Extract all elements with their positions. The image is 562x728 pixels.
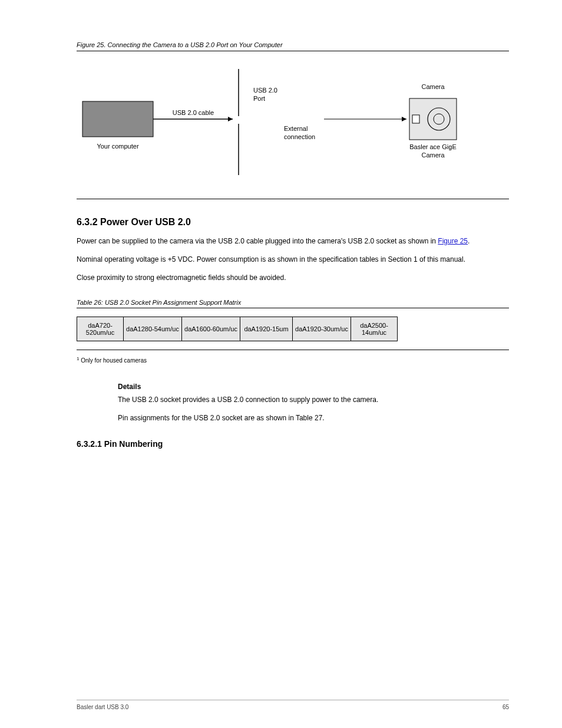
hdr-0: daA720-520um/uc <box>77 317 124 341</box>
hdr-5: daA2500-14um/uc <box>351 317 398 341</box>
computer-label: Your computer <box>97 143 138 150</box>
usb-cable-label: USB 2.0 cable <box>173 109 214 116</box>
table-footnote: 1 Only for housed cameras <box>77 355 509 365</box>
external-conn-caption-1: External <box>284 125 308 132</box>
support-matrix-table: daA720-520um/uc daA1280-54um/uc daA1600-… <box>77 317 398 341</box>
figure-25: Your computer USB 2.0 cable USB 2.0 Port… <box>77 51 509 199</box>
svg-marker-6 <box>402 117 406 121</box>
camera-caption-2: Camera <box>421 151 445 159</box>
usb-port-caption-2: Port <box>253 95 265 102</box>
section-6-3-2-1-title: 6.3.2.1 Pin Numbering <box>77 439 509 449</box>
figure-rule-bottom <box>77 199 509 199</box>
footer-page-number: 65 <box>503 704 509 710</box>
table-row: daA720-520um/uc daA1280-54um/uc daA1600-… <box>77 317 398 341</box>
footer-doc-id: Basler dart USB 3.0 <box>77 704 128 710</box>
hdr-3: daA1920-15um <box>240 317 293 341</box>
hdr-1: daA1280-54um/uc <box>124 317 182 341</box>
camera-caption-1: Basler ace GigE <box>409 143 456 150</box>
link-figure-25[interactable]: Figure 25 <box>438 237 468 245</box>
section-6-3-2-body: Power can be supplied to the camera via … <box>77 236 509 284</box>
camera-word-label: Camera <box>421 83 445 90</box>
table-26-caption: Table 26: USB 2.0 Socket Pin Assignment … <box>77 299 509 306</box>
details-para-b: Pin assignments for the USB 2.0 socket a… <box>118 413 509 424</box>
external-conn-caption-2: connection <box>284 133 315 140</box>
hdr-4: daA1920-30um/uc <box>293 317 351 341</box>
table-rule-top <box>77 308 509 308</box>
usb-port-caption-1: USB 2.0 <box>253 87 277 94</box>
details-para-a: The USB 2.0 socket provides a USB 2.0 co… <box>118 394 509 406</box>
figure-caption: Figure 25. Connecting the Camera to a US… <box>77 41 509 48</box>
hdr-2: daA1600-60um/uc <box>182 317 240 341</box>
page-footer: Basler dart USB 3.0 65 <box>77 700 509 710</box>
table-rule-bottom <box>77 350 509 350</box>
svg-marker-2 <box>228 117 233 121</box>
section-6-3-2-title: 6.3.2 Power Over USB 2.0 <box>77 217 509 228</box>
details-heading: Details <box>118 383 509 391</box>
svg-rect-8 <box>412 115 419 123</box>
svg-rect-0 <box>82 101 153 137</box>
link-table-27[interactable]: Table 27 <box>296 414 322 422</box>
